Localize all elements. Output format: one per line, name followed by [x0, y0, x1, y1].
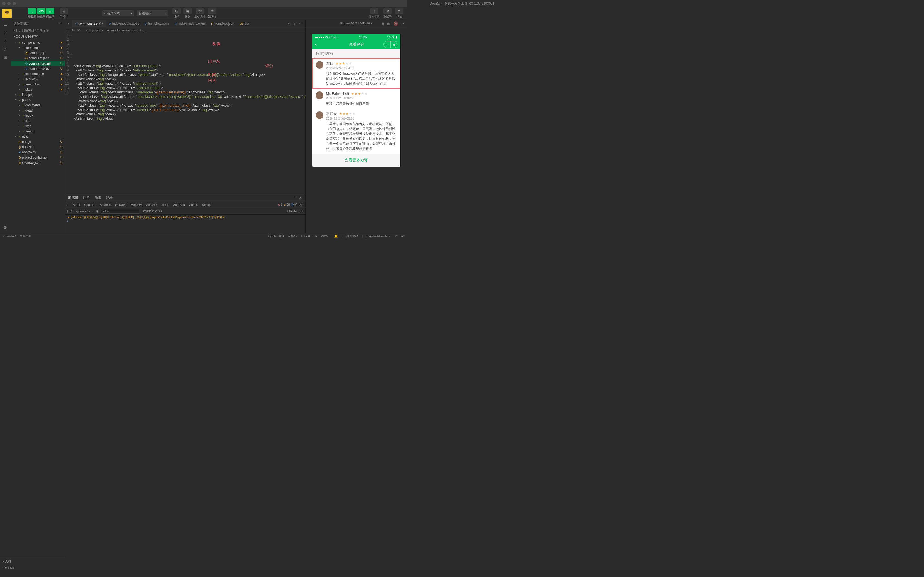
版本管理-button[interactable]: ↕: [370, 8, 378, 14]
file-app.js[interactable]: JSapp.jsU: [11, 139, 65, 144]
tab-overflow-icon[interactable]: ⇆: [288, 22, 291, 26]
测试号-button[interactable]: ↗: [383, 8, 392, 14]
清缓存-button[interactable]: ≋: [208, 8, 216, 14]
tab-more-icon[interactable]: ⋯: [299, 22, 302, 26]
详情-button[interactable]: ≡: [395, 8, 404, 14]
console-context[interactable]: appservice: [76, 210, 90, 213]
bc-back-icon[interactable]: ▯: [68, 28, 69, 32]
dt-subtab-Console[interactable]: Console: [84, 203, 95, 206]
file-images[interactable]: ▸▪images: [11, 92, 65, 97]
code-editor[interactable]: ⌄1⌄234⌄5⌄67891011121314 头像 用户名 评分 时间 内容 …: [65, 33, 305, 194]
file-indexmodule[interactable]: ▸▪indexmodule: [11, 71, 65, 76]
tab-sta[interactable]: JSsta: [237, 20, 252, 27]
split-editor-icon[interactable]: ▥: [293, 22, 296, 26]
comment-item[interactable]: Mr. Fahrenheit★★★★★2019-11-24 18:10:45劇透…: [312, 89, 401, 108]
extensions-icon[interactable]: ⊞: [4, 55, 7, 60]
dt-subtab-Security[interactable]: Security: [146, 203, 157, 206]
file-components[interactable]: ▾▪components: [11, 40, 65, 45]
minimize-dot[interactable]: [7, 2, 11, 5]
file-comment.wxml[interactable]: ◇comment.wxmlU: [11, 61, 65, 66]
file-searchbar[interactable]: ▸▪searchbar: [11, 82, 65, 87]
sim-mute-icon[interactable]: 🔇: [394, 21, 398, 26]
file-comment.json[interactable]: {}comment.jsonU: [11, 55, 65, 61]
bc-undo-icon[interactable]: ⟲: [77, 28, 80, 32]
真机调试-button[interactable]: ⎋⎋: [196, 8, 204, 14]
device-selector[interactable]: iPhone 6/7/8 100% 16 ▾: [340, 22, 372, 25]
tab-dropdown-icon[interactable]: ▾: [65, 22, 72, 26]
compile-dropdown[interactable]: 普通编译: [137, 10, 168, 16]
debugger-toggle[interactable]: ⌁: [46, 8, 55, 14]
file-sitemap.json[interactable]: {}sitemap.jsonU: [11, 160, 65, 165]
file-itemview[interactable]: ▸▪itemview: [11, 76, 65, 82]
dt-subtab-Network[interactable]: Network: [115, 203, 126, 206]
scm-icon[interactable]: ⑂: [5, 39, 6, 43]
debug-icon[interactable]: ▷: [4, 47, 7, 51]
encoding-indicator[interactable]: UTF-8: [301, 235, 310, 238]
dt-subtab-Sources[interactable]: Sources: [100, 203, 111, 206]
tab-itemview.wxml[interactable]: ◇itemview.wxml: [142, 20, 172, 27]
预览-button[interactable]: ◉: [183, 8, 192, 14]
window-controls[interactable]: [2, 2, 16, 5]
visual-button[interactable]: ⊞: [60, 8, 68, 14]
file-project.config.json[interactable]: {}project.config.jsonU: [11, 155, 65, 160]
capsule-buttons[interactable]: ⋯◉: [383, 41, 398, 48]
search-icon[interactable]: ⌕: [5, 30, 6, 35]
编译-button[interactable]: ⟳: [173, 8, 181, 14]
dt-tab-输出[interactable]: 输出: [95, 195, 101, 200]
file-stars[interactable]: ▸▪stars: [11, 87, 65, 92]
file-app.json[interactable]: {}app.jsonU: [11, 144, 65, 150]
diagnostics-indicator[interactable]: ⊗ 0 ⚠ 0: [20, 234, 31, 238]
devtools-close-icon[interactable]: ✕: [299, 196, 302, 200]
open-editors-section[interactable]: ▸打开的编辑器 1个未保存: [11, 27, 65, 34]
simulator-toggle[interactable]: ▯: [28, 8, 36, 14]
dt-tab-终端[interactable]: 终端: [106, 195, 113, 200]
back-icon[interactable]: ‹: [315, 42, 317, 47]
dt-subtab-Mock[interactable]: Mock: [162, 203, 169, 206]
file-comments[interactable]: ▸▪comments: [11, 103, 65, 108]
console-hidden-count[interactable]: 1 hidden: [286, 210, 298, 213]
eol-indicator[interactable]: LF: [314, 235, 317, 238]
page-path[interactable]: pages/detail/detail: [367, 235, 391, 238]
file-search[interactable]: ▸▪search: [11, 129, 65, 134]
console-levels-dropdown[interactable]: Default levels ▾: [142, 210, 162, 213]
console-settings-icon[interactable]: ⚙: [300, 210, 303, 213]
file-logs[interactable]: ▸▪logs: [11, 123, 65, 129]
dt-subtab-Memory[interactable]: Memory: [131, 203, 142, 206]
project-section[interactable]: ▾DOUBAN小程序: [11, 34, 65, 40]
console-filter-input[interactable]: [101, 209, 139, 214]
dt-subtab-AppData[interactable]: AppData: [173, 203, 185, 206]
file-utils[interactable]: ▸▪utils: [11, 134, 65, 139]
sim-record-icon[interactable]: ◉: [387, 21, 390, 26]
comment-item[interactable]: 赵启辰★★★★★2019-11-24 00:05:51三星半，前面节奏气氛都好，…: [312, 108, 401, 154]
console-prompt[interactable]: ›: [67, 219, 68, 222]
cursor-position[interactable]: 行 14，列 1: [268, 234, 284, 238]
file-comment.wxss[interactable]: #comment.wxssU: [11, 66, 65, 71]
devtools-settings-icon[interactable]: ⚙: [300, 203, 302, 206]
dt-subtab-Audits[interactable]: Audits: [189, 203, 198, 206]
preview-icon[interactable]: 👁: [401, 235, 404, 238]
file-index[interactable]: ▸▪index: [11, 113, 65, 118]
warn-badge[interactable]: 68: [284, 203, 290, 206]
branch-indicator[interactable]: ⑂ master*: [3, 235, 16, 238]
tab-comment.wxml[interactable]: ◇comment.wxml●: [72, 20, 107, 27]
comment-item[interactable]: 童仙★★★★★2019-11-24 11:04:50镜头扫到Chinatown大…: [312, 58, 401, 89]
indent-indicator[interactable]: 空格: 2: [288, 234, 297, 238]
tab-indexmodule.wxml[interactable]: ◇indexmodule.wxml: [172, 20, 208, 27]
explorer-icon[interactable]: ☰: [3, 22, 7, 26]
console-output[interactable]: ▲ [sitemap 索引情况提示] 根据 sitemap 的规则[0]，当前页…: [65, 214, 305, 233]
settings-icon[interactable]: ⚙: [3, 225, 7, 230]
language-indicator[interactable]: WXML: [321, 235, 330, 238]
more-comments-link[interactable]: 查看更多短评: [312, 154, 401, 166]
mode-dropdown[interactable]: 小程序模式: [102, 10, 134, 16]
bell-icon[interactable]: 🔔: [334, 234, 338, 238]
dt-tab-调试器[interactable]: 调试器: [68, 195, 78, 200]
devtools-collapse-icon[interactable]: ⌃: [294, 196, 296, 200]
file-app.wxss[interactable]: #app.wxssU: [11, 150, 65, 155]
editor-toggle[interactable]: </>: [37, 8, 45, 14]
close-dot[interactable]: [2, 2, 5, 5]
bc-save-icon[interactable]: ⊡: [72, 28, 74, 32]
file-comment[interactable]: ▾▪comment: [11, 45, 65, 50]
tab-indexmodule.wxss[interactable]: #indexmodule.wxss: [107, 20, 142, 27]
copy-path-icon[interactable]: ⧉: [395, 234, 397, 238]
breadcrumb[interactable]: ▯ ⊡ ⟲ components › comment › comment.wxm…: [65, 27, 305, 33]
